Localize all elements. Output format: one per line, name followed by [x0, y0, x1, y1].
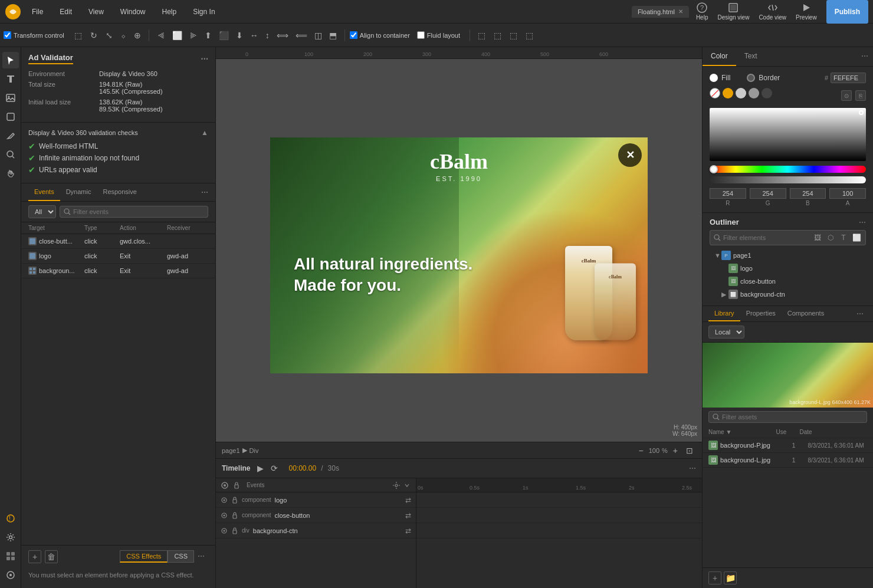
align-top[interactable]: ⬆	[202, 29, 215, 42]
preview-tool[interactable]: Preview	[796, 2, 817, 21]
toolbar-anchor[interactable]: ⊕	[131, 29, 144, 42]
css-more[interactable]: ⋯	[194, 550, 208, 563]
css-effects-tab[interactable]: CSS Effects	[120, 550, 168, 563]
outliner-more[interactable]: ⋯	[859, 218, 866, 226]
tl-lock-0[interactable]	[231, 497, 238, 504]
tl-eye-2[interactable]	[221, 527, 228, 534]
events-filter-select[interactable]: All	[28, 205, 56, 218]
align-center-h[interactable]: ⬜	[169, 29, 185, 42]
toolbar-more3[interactable]: ⬚	[507, 29, 520, 42]
tl-collapse-icon[interactable]	[403, 481, 411, 490]
tab-text[interactable]: Text	[736, 47, 766, 66]
toolbar-more1[interactable]: ⬚	[475, 29, 488, 42]
color-picker-handle[interactable]	[859, 110, 864, 115]
asset-row-1[interactable]: 🖼 background-L.jpg 1 8/3/2021, 6:36:01 A…	[703, 453, 873, 468]
menu-edit[interactable]: Edit	[56, 5, 76, 18]
tl-eye-0[interactable]	[221, 497, 228, 504]
event-row-2[interactable]: backgroun... click Exit gwd-ad	[21, 264, 215, 278]
library-local-select[interactable]: Local	[708, 326, 744, 339]
icon-image[interactable]	[2, 90, 19, 106]
b-input[interactable]	[790, 188, 826, 199]
align-left[interactable]: ⫷	[154, 29, 168, 42]
align-right[interactable]: ⫸	[186, 29, 201, 42]
assets-search-input[interactable]	[722, 413, 863, 421]
r-input[interactable]	[710, 188, 746, 199]
menu-view[interactable]: View	[85, 5, 107, 18]
events-tabs-more[interactable]: ⋯	[201, 188, 208, 196]
eyedropper-icon[interactable]: ⊙	[841, 90, 852, 101]
menu-window[interactable]: Window	[117, 5, 149, 18]
hue-slider[interactable]	[710, 166, 866, 173]
outliner-toggle-divs[interactable]: ⬜	[851, 232, 862, 243]
tab-close-icon[interactable]: ✕	[678, 8, 683, 15]
icon-select[interactable]	[2, 52, 19, 68]
menu-signin[interactable]: Sign In	[189, 5, 218, 18]
tl-lock-1[interactable]	[231, 512, 238, 519]
fluid-layout-checkbox[interactable]: Fluid layout	[417, 31, 460, 39]
css-tab[interactable]: CSS	[168, 550, 194, 563]
events-filter-input[interactable]	[73, 208, 204, 215]
icon-gallery[interactable]	[2, 567, 19, 583]
help-tool[interactable]: ? Help	[696, 2, 708, 21]
outliner-search-input[interactable]	[723, 234, 810, 241]
zoom-fit[interactable]: ⊡	[683, 444, 696, 457]
code-view-tool[interactable]: Code view	[759, 2, 786, 21]
menu-file[interactable]: File	[28, 5, 47, 18]
swatch-gray-dark[interactable]	[762, 88, 772, 98]
space-h[interactable]: ⟺	[274, 29, 291, 42]
icon-shape[interactable]	[2, 109, 19, 125]
swatch-orange[interactable]	[723, 88, 733, 98]
tl-lock-2[interactable]	[231, 527, 238, 534]
swatch-gray-light[interactable]	[736, 88, 746, 98]
toolbar-more4[interactable]: ⬚	[523, 29, 536, 42]
icon-settings[interactable]	[2, 529, 19, 546]
align-center-v[interactable]: ⬛	[216, 29, 232, 42]
toolbar-rotate[interactable]: ↻	[87, 29, 100, 42]
lib-add-btn[interactable]: +	[708, 571, 721, 584]
icon-zoom[interactable]	[2, 146, 19, 163]
toolbar-skew[interactable]: ⬦	[118, 29, 129, 42]
alpha-slider[interactable]	[710, 176, 866, 183]
tree-logo[interactable]: ▶ 🖼 logo	[710, 262, 866, 275]
icon-pen[interactable]	[2, 127, 19, 144]
size-equal-w[interactable]: ◫	[311, 29, 325, 42]
icon-text[interactable]	[2, 71, 19, 87]
hue-handle[interactable]	[710, 165, 718, 173]
distribute-v[interactable]: ↕	[262, 29, 273, 42]
outliner-toggle-text[interactable]: T	[838, 232, 849, 243]
tab-color[interactable]: Color	[703, 47, 736, 66]
tl-settings-icon[interactable]	[392, 481, 401, 490]
tree-background-ctn[interactable]: ▶ ⬜ background-ctn	[710, 288, 866, 301]
copy-color-icon[interactable]: ⎘	[855, 90, 866, 101]
tab-dynamic[interactable]: Dynamic	[60, 183, 97, 201]
space-v[interactable]: ⟸	[293, 29, 310, 42]
icon-hand[interactable]	[2, 165, 19, 182]
icon-ad-validator[interactable]: !	[2, 510, 19, 527]
tree-expand-bg[interactable]: ▶	[721, 291, 728, 298]
lib-tab-library[interactable]: Library	[708, 306, 740, 321]
tab-responsive[interactable]: Responsive	[97, 183, 142, 201]
menu-help[interactable]: Help	[159, 5, 180, 18]
right-tab-more[interactable]: ⋯	[856, 47, 873, 66]
outliner-toggle-components[interactable]: ⬡	[825, 232, 836, 243]
event-row-0[interactable]: close-butt... click gwd.clos...	[21, 234, 215, 249]
align-to-container-checkbox[interactable]: Align to container	[350, 31, 410, 39]
event-row-1[interactable]: logo click Exit gwd-ad	[21, 249, 215, 264]
asset-row-0[interactable]: 🖼 background-P.jpg 1 8/3/2021, 6:36:01 A…	[703, 438, 873, 453]
toolbar-scale[interactable]: ⤡	[103, 29, 116, 42]
size-equal-h[interactable]: ⬒	[326, 29, 340, 42]
timeline-more[interactable]: ⋯	[689, 464, 696, 472]
tl-play[interactable]: ▶	[256, 462, 265, 474]
swatch-gray-mid[interactable]	[749, 88, 759, 98]
distribute-h[interactable]: ↔	[247, 29, 261, 42]
lib-tab-more[interactable]: ⋯	[853, 306, 867, 321]
zoom-in[interactable]: +	[670, 444, 681, 457]
align-bottom[interactable]: ⬇	[233, 29, 246, 42]
publish-button[interactable]: Publish	[826, 0, 868, 24]
design-view-tool[interactable]: Design view	[717, 2, 749, 21]
tl-eye-1[interactable]	[221, 512, 228, 519]
tl-loop[interactable]: ⟳	[270, 462, 279, 474]
border-radio[interactable]	[747, 74, 755, 82]
toolbar-move[interactable]: ⬚	[71, 29, 85, 42]
validation-collapse[interactable]: ▲	[201, 129, 208, 137]
